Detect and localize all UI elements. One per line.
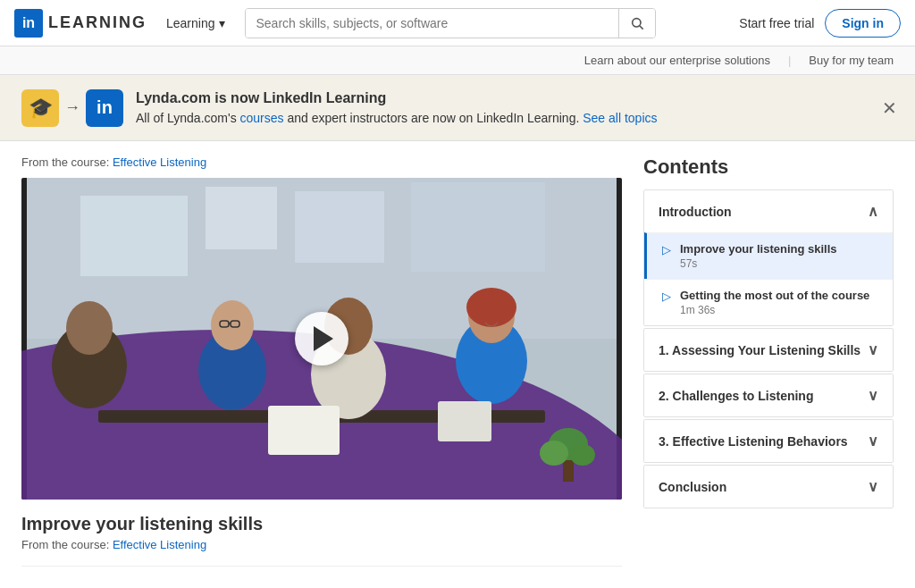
svg-rect-6 <box>295 191 384 263</box>
lesson-info-0-0: Improve your listening skills57s <box>680 242 837 270</box>
left-panel: From the course: Effective Listening <box>21 155 622 567</box>
lesson-play-icon-0-1: ▷ <box>662 290 671 303</box>
svg-line-1 <box>640 26 643 29</box>
section-content-intro: ▷Improve your listening skills57s▷Gettin… <box>644 232 893 325</box>
announcement-body-prefix: All of Lynda.com's <box>136 111 237 125</box>
buy-for-team-link[interactable]: Buy for my team <box>809 54 894 67</box>
main-content: From the course: Effective Listening <box>0 141 915 581</box>
linkedin-logo: in LEARNING <box>14 9 147 38</box>
lesson-info-0-1: Getting the most out of the course1m 36s <box>680 289 869 316</box>
lesson-name-0-1: Getting the most out of the course <box>680 289 869 302</box>
video-course-link[interactable]: Effective Listening <box>113 538 206 551</box>
svg-rect-23 <box>438 401 491 441</box>
see-all-topics-link[interactable]: See all topics <box>583 111 657 125</box>
linkedin-icon: in <box>14 9 43 38</box>
section-assessing: 1. Assessing Your Listening Skills∨ <box>643 328 894 372</box>
svg-rect-5 <box>206 187 277 249</box>
contents-title: Contents <box>643 155 894 179</box>
chevron-icon-intro: ∧ <box>868 203 878 220</box>
play-button[interactable] <box>295 312 348 365</box>
arrow-icon: → <box>64 98 80 117</box>
lesson-item-0-1[interactable]: ▷Getting the most out of the course1m 36… <box>644 279 893 325</box>
close-button[interactable]: ✕ <box>882 97 897 119</box>
section-header-conclusion[interactable]: Conclusion∨ <box>644 466 893 508</box>
video-info: Improve your listening skills From the c… <box>21 500 622 567</box>
sign-in-button[interactable]: Sign in <box>825 9 901 38</box>
linkedin-small-icon: in <box>86 89 123 127</box>
search-button[interactable] <box>618 9 655 38</box>
search-icon <box>630 16 644 30</box>
section-effective: 3. Effective Listening Behaviors∨ <box>643 419 894 463</box>
enterprise-bar: Learn about our enterprise solutions | B… <box>0 46 915 75</box>
lesson-name-0-0: Improve your listening skills <box>680 242 837 256</box>
top-nav: in LEARNING Learning ▾ Start free trial … <box>0 0 915 46</box>
section-label-challenges: 2. Challenges to Listening <box>659 389 813 403</box>
announcement-logos: 🎓 → in <box>21 89 123 127</box>
video-container <box>21 178 622 500</box>
section-header-intro[interactable]: Introduction∧ <box>644 190 893 232</box>
search-input[interactable] <box>246 9 618 38</box>
breadcrumb-course-link[interactable]: Effective Listening <box>113 155 206 169</box>
section-header-effective[interactable]: 3. Effective Listening Behaviors∨ <box>644 420 893 462</box>
courses-link[interactable]: courses <box>240 111 284 125</box>
learning-dropdown-button[interactable]: Learning ▾ <box>157 11 234 36</box>
svg-point-0 <box>632 18 640 26</box>
section-label-effective: 3. Effective Listening Behaviors <box>659 434 848 449</box>
section-challenges: 2. Challenges to Listening∨ <box>643 374 894 417</box>
announcement-text: Lynda.com is now LinkedIn Learning All o… <box>136 88 658 128</box>
section-header-assessing[interactable]: 1. Assessing Your Listening Skills∨ <box>644 329 893 371</box>
section-intro: Introduction∧▷Improve your listening ski… <box>643 189 894 326</box>
announcement-body-middle: and expert instructors are now on Linked… <box>287 111 579 125</box>
learning-logo-text: LEARNING <box>48 13 147 32</box>
announcement-title: Lynda.com is now LinkedIn Learning <box>136 90 386 105</box>
svg-point-11 <box>66 301 113 355</box>
breadcrumb-prefix: From the course: <box>21 155 109 169</box>
right-panel: Contents Introduction∧▷Improve your list… <box>643 155 894 567</box>
lesson-item-0-0[interactable]: ▷Improve your listening skills57s <box>644 232 893 279</box>
breadcrumb: From the course: Effective Listening <box>21 155 622 169</box>
section-label-intro: Introduction <box>659 205 732 219</box>
lesson-duration-0-1: 1m 36s <box>680 304 869 316</box>
svg-point-21 <box>466 288 516 327</box>
svg-point-27 <box>570 444 595 466</box>
video-thumbnail <box>21 178 622 500</box>
video-subtitle-prefix: From the course: <box>21 538 109 551</box>
lesson-play-icon-0-0: ▷ <box>662 243 671 256</box>
dropdown-chevron-icon: ▾ <box>219 16 225 30</box>
svg-point-26 <box>540 441 568 466</box>
video-subtitle: From the course: Effective Listening <box>21 538 622 551</box>
chevron-icon-conclusion: ∨ <box>868 478 878 495</box>
chevron-icon-effective: ∨ <box>868 433 878 449</box>
section-label-assessing: 1. Assessing Your Listening Skills <box>659 343 860 357</box>
video-title: Improve your listening skills <box>21 514 622 534</box>
svg-rect-4 <box>80 196 188 276</box>
search-bar <box>245 8 656 38</box>
enterprise-divider: | <box>788 54 791 67</box>
play-triangle-icon <box>314 326 333 351</box>
section-label-conclusion: Conclusion <box>659 480 726 494</box>
chevron-icon-challenges: ∨ <box>868 387 878 404</box>
announcement-banner: 🎓 → in Lynda.com is now LinkedIn Learnin… <box>0 75 915 141</box>
lesson-duration-0-0: 57s <box>680 257 837 270</box>
section-header-challenges[interactable]: 2. Challenges to Listening∨ <box>644 374 893 416</box>
enterprise-link[interactable]: Learn about our enterprise solutions <box>584 54 770 67</box>
svg-rect-22 <box>268 406 340 455</box>
sections-container: Introduction∧▷Improve your listening ski… <box>643 189 894 508</box>
lynda-icon: 🎓 <box>21 89 59 127</box>
svg-point-13 <box>211 300 254 350</box>
svg-rect-7 <box>411 182 545 272</box>
section-conclusion: Conclusion∨ <box>643 465 894 508</box>
start-free-trial-button[interactable]: Start free trial <box>739 16 814 30</box>
nav-right: Start free trial Sign in <box>739 9 901 38</box>
chevron-icon-assessing: ∨ <box>868 341 878 358</box>
